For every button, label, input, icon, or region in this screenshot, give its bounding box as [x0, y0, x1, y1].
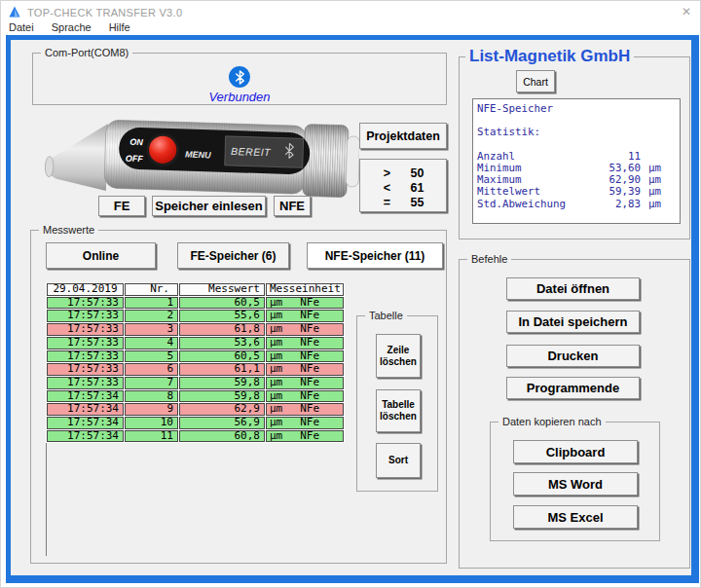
menu-hilfe[interactable]: Hilfe: [100, 21, 139, 35]
projektdaten-button[interactable]: Projektdaten: [359, 123, 447, 149]
command-button[interactable]: In Datei speichern: [506, 311, 640, 333]
com-port-group: Com-Port(COM8) Verbunden: [32, 53, 447, 105]
menubar: Datei Sprache Hilfe: [1, 21, 700, 35]
connection-status: Verbunden: [208, 90, 270, 104]
tab-fe-speicher[interactable]: FE-Speicher (6): [177, 242, 289, 269]
gauge-device-image: ON OFF MENU BEREIT: [33, 115, 359, 208]
copy-group: Daten kopieren nach Clipboard MS Word MS…: [490, 422, 660, 541]
limits-panel: > 50 < 61 = 55: [359, 159, 447, 212]
limit-row: = 55: [360, 196, 446, 210]
copy-label: Daten kopieren nach: [498, 416, 606, 427]
tabelle-group: Tabelle Zeile löschen Tabelle löschen So…: [356, 315, 438, 492]
table-row[interactable]: 17:57:33 1 60,5 µmNFe: [47, 297, 344, 310]
device-on-label: ON: [129, 137, 143, 147]
command-button[interactable]: Datei öffnen: [506, 277, 640, 300]
close-button[interactable]: ✕: [679, 4, 694, 19]
table-row[interactable]: 17:57:34 11 60,8 µmNFe: [47, 430, 344, 443]
statistics-panel: NFE-Speicher Statistik: Anzahl11 Minimum…: [472, 98, 681, 224]
tabelle-action-button[interactable]: Tabelle löschen: [376, 389, 421, 432]
main-area: Com-Port(COM8) Verbunden: [6, 35, 699, 583]
tab-nfe-speicher[interactable]: NFE-Speicher (11): [307, 242, 443, 269]
tab-online[interactable]: Online: [46, 242, 156, 269]
company-group: List-Magnetik GmbH Chart NFE-Speicher St…: [459, 56, 690, 239]
limit-row: < 61: [360, 181, 446, 196]
messwerte-group: Messwerte Online FE-Speicher (6) NFE-Spe…: [30, 230, 447, 564]
befehle-label: Befehle: [467, 253, 511, 265]
table-row[interactable]: 17:57:33 7 59,8 µmNFe: [47, 377, 344, 389]
speicher-einlesen-button[interactable]: Speicher einlesen: [152, 196, 266, 216]
menu-datei[interactable]: Datei: [9, 21, 43, 35]
tabelle-action-button[interactable]: Zeile löschen: [376, 334, 421, 378]
table-row[interactable]: 17:57:33 5 60,5 µmNFe: [47, 350, 344, 363]
bluetooth-icon: [229, 66, 250, 88]
com-port-label: Com-Port(COM8): [41, 47, 132, 58]
fe-button[interactable]: FE: [98, 196, 145, 216]
table-row[interactable]: 17:57:34 10 56,9 µmNFe: [47, 417, 344, 429]
measurement-table: 29.04.2019 Nr. Messwert Messeinheit 17:5…: [46, 282, 345, 443]
window-title: TOP-CHECK TRANSFER V3.0: [27, 7, 182, 18]
chart-button[interactable]: Chart: [516, 70, 555, 92]
device-display-text: BEREIT: [231, 145, 272, 158]
titlebar: TOP-CHECK TRANSFER V3.0 ✕: [1, 1, 700, 22]
command-button[interactable]: Drucken: [506, 345, 640, 367]
tabelle-label: Tabelle: [365, 310, 407, 321]
stats-header: NFE-Speicher: [477, 103, 680, 115]
menu-sprache[interactable]: Sprache: [43, 21, 100, 35]
app-logo-icon: [8, 5, 21, 18]
table-row[interactable]: 17:57:33 6 61,1 µmNFe: [47, 363, 344, 376]
table-row[interactable]: 17:57:34 8 59,8 µmNFe: [47, 390, 344, 403]
copy-button[interactable]: MS Word: [513, 472, 638, 496]
command-button[interactable]: Programmende: [506, 377, 640, 399]
device-menu-label: MENU: [185, 150, 211, 161]
table-row[interactable]: 17:57:33 2 55,6 µmNFe: [47, 310, 344, 322]
table-row[interactable]: 17:57:33 4 53,6 µmNFe: [47, 337, 344, 349]
device-off-label: OFF: [126, 154, 144, 165]
limit-row: > 50: [360, 166, 446, 181]
messwerte-label: Messwerte: [39, 224, 98, 236]
stats-section: Statistik:: [477, 127, 680, 138]
copy-button[interactable]: MS Excel: [513, 505, 638, 529]
table-row[interactable]: 17:57:33 3 61,8 µmNFe: [47, 323, 344, 336]
nfe-button[interactable]: NFE: [274, 196, 311, 216]
table-row[interactable]: 17:57:34 9 62,9 µmNFe: [47, 403, 344, 416]
copy-button[interactable]: Clipboard: [513, 440, 638, 463]
stat-row: Mittelwert59,39µm: [477, 186, 680, 198]
stat-row: Std.Abweichung2,83µm: [477, 199, 680, 210]
company-title: List-Magnetik GmbH: [465, 47, 634, 66]
table-header-row: 29.04.2019 Nr. Messwert Messeinheit: [47, 283, 344, 296]
tabelle-action-button[interactable]: Sort: [376, 443, 421, 478]
